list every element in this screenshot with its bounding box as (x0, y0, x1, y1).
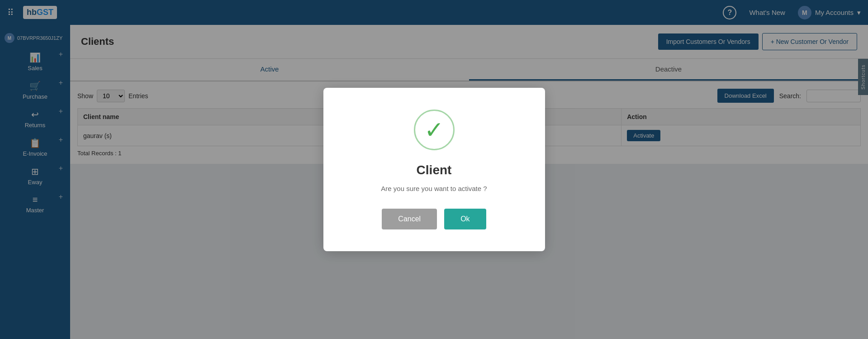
modal-buttons: Cancel Ok (382, 209, 486, 229)
cancel-button[interactable]: Cancel (382, 209, 437, 229)
check-icon: ✓ (424, 118, 444, 142)
modal-dialog: ✓ Client Are you sure you want to activa… (323, 88, 545, 251)
modal-title: Client (417, 163, 452, 177)
modal-overlay: ✓ Client Are you sure you want to activa… (0, 0, 868, 339)
success-icon-circle: ✓ (414, 110, 455, 150)
ok-button[interactable]: Ok (444, 209, 486, 229)
modal-message: Are you sure you want to activate ? (381, 185, 487, 192)
